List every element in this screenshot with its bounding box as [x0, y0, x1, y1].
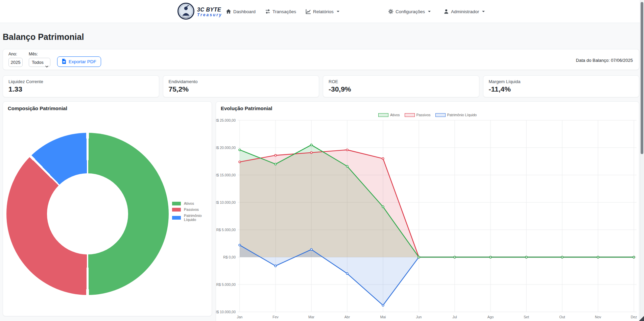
- legend-item[interactable]: Passivos: [172, 207, 212, 212]
- brand-logo[interactable]: - Since 2020 - 3C BYTE Treasury: [177, 3, 222, 21]
- svg-text:Mai: Mai: [380, 315, 386, 319]
- gear-icon: [388, 9, 393, 14]
- nav-label: Administrador: [451, 9, 479, 14]
- nav-item-configuracoes[interactable]: Configurações: [388, 9, 431, 14]
- legend-swatch: [172, 216, 181, 220]
- svg-text:Jul: Jul: [452, 315, 457, 319]
- svg-text:Out: Out: [559, 315, 565, 319]
- nav-item-relatorios[interactable]: Relatórios: [306, 9, 339, 14]
- nav-label: Dashboard: [233, 9, 256, 14]
- svg-text:-R$ 5.000,00: -R$ 5.000,00: [216, 282, 236, 287]
- nav-label: Relatórios: [313, 9, 334, 14]
- nav-label: Transações: [272, 9, 296, 14]
- svg-text:R$ 5.000,00: R$ 5.000,00: [216, 228, 236, 232]
- chart-title: Composição Patrimonial: [8, 105, 67, 111]
- svg-text:R$ 15.000,00: R$ 15.000,00: [216, 173, 236, 177]
- kpi-card-margem: Margem Líquida -11,4%: [483, 75, 640, 97]
- svg-text:Jun: Jun: [416, 315, 422, 319]
- month-select[interactable]: Todos: [29, 58, 50, 67]
- legend-label: Passivos: [184, 207, 199, 212]
- nav-links: Dashboard Transações Relatórios: [226, 0, 339, 23]
- svg-text:R$ 0,00: R$ 0,00: [223, 255, 236, 259]
- legend-label: Ativos: [184, 201, 194, 205]
- composition-chart-card: Composição Patrimonial AtivosPassivosPat…: [3, 101, 212, 316]
- brand-name: 3C BYTE: [197, 7, 222, 13]
- filter-bar: Ano: Mês: Todos Exportar PDF Data do Bal…: [3, 49, 639, 70]
- legend-swatch: [172, 202, 181, 205]
- evolution-chart-card: Evolução Patrimonial AtivosPassivosPatri…: [216, 101, 639, 321]
- legend-item[interactable]: Patrimônio Líquido: [172, 214, 212, 222]
- brand-emblem-icon: - Since 2020 -: [177, 3, 194, 21]
- svg-text:Fev: Fev: [272, 315, 279, 319]
- area-Passivos: [240, 150, 634, 257]
- nav-item-administrador[interactable]: Administrador: [444, 9, 485, 14]
- kpi-row: Liquidez Corrente 1.33 Endividamento 75,…: [3, 75, 639, 97]
- scrollbar-track[interactable]: [640, 0, 644, 321]
- export-pdf-label: Exportar PDF: [69, 59, 96, 64]
- home-icon: [226, 9, 231, 14]
- chart-line-icon: [306, 9, 311, 14]
- chevron-down-icon: [428, 11, 431, 12]
- kpi-card-endividamento: Endividamento 75,2%: [163, 75, 319, 97]
- nav-right: Configurações Administrador: [388, 0, 485, 23]
- svg-text:Abr: Abr: [344, 315, 350, 319]
- svg-text:-R$ 10.000,00: -R$ 10.000,00: [216, 310, 236, 314]
- kpi-value: -11,4%: [489, 85, 634, 93]
- nav-item-dashboard[interactable]: Dashboard: [226, 9, 256, 14]
- kpi-value: 1.33: [8, 85, 153, 93]
- transfer-icon: [265, 9, 270, 14]
- legend-swatch: [172, 208, 181, 212]
- donut-legend: AtivosPassivosPatrimônio Líquido: [172, 201, 212, 222]
- svg-text:Jan: Jan: [237, 315, 243, 319]
- nav-item-transacoes[interactable]: Transações: [265, 9, 296, 14]
- y-axis-labels: R$ 25.000,00R$ 20.000,00R$ 15.000,00R$ 1…: [216, 118, 236, 314]
- legend-item[interactable]: Ativos: [172, 201, 212, 205]
- page-title: Balanço Patrimonial: [3, 32, 84, 42]
- nav-label: Configurações: [396, 9, 425, 14]
- donut-chart: [6, 133, 169, 295]
- brand-subtitle: Treasury: [197, 13, 222, 17]
- export-pdf-button[interactable]: Exportar PDF: [57, 56, 101, 67]
- chevron-down-icon: [482, 11, 485, 12]
- svg-text:Ago: Ago: [487, 315, 494, 319]
- kpi-label: Margem Líquida: [489, 79, 634, 84]
- brand-badge-text: - Since 2020 -: [182, 16, 190, 18]
- kpi-card-liquidez: Liquidez Corrente 1.33: [3, 75, 159, 97]
- year-input[interactable]: [8, 58, 23, 67]
- svg-text:R$ 25.000,00: R$ 25.000,00: [216, 118, 236, 122]
- kpi-label: Liquidez Corrente: [8, 79, 153, 84]
- user-icon: [444, 9, 449, 14]
- chevron-down-icon: [337, 11, 339, 12]
- kpi-card-roe: ROE -30,9%: [323, 75, 479, 97]
- svg-text:R$ 10.000,00: R$ 10.000,00: [216, 200, 236, 204]
- pdf-file-icon: [62, 59, 66, 65]
- svg-text:Set: Set: [524, 315, 529, 319]
- scrollbar-thumb[interactable]: [641, 2, 643, 154]
- line-chart: R$ 25.000,00R$ 20.000,00R$ 15.000,00R$ 1…: [216, 102, 640, 321]
- month-label: Mês:: [29, 52, 50, 56]
- kpi-label: ROE: [329, 79, 474, 84]
- navbar: - Since 2020 - 3C BYTE Treasury Dashboar…: [0, 0, 644, 23]
- balance-date: Data do Balanço: 07/06/2025: [576, 58, 633, 63]
- svg-text:Nov: Nov: [595, 315, 601, 319]
- legend-label: Patrimônio Líquido: [184, 214, 212, 222]
- svg-text:Mar: Mar: [308, 315, 315, 319]
- kpi-value: -30,9%: [329, 85, 474, 93]
- x-axis-labels: JanFevMarAbrMaiJunJulAgoSetOutNovDez: [237, 315, 637, 319]
- svg-text:R$ 20.000,00: R$ 20.000,00: [216, 146, 236, 150]
- year-label: Ano:: [8, 52, 23, 56]
- kpi-value: 75,2%: [169, 85, 314, 93]
- kpi-label: Endividamento: [169, 79, 314, 84]
- corner-grip: [639, 316, 644, 321]
- svg-text:Dez: Dez: [631, 315, 637, 319]
